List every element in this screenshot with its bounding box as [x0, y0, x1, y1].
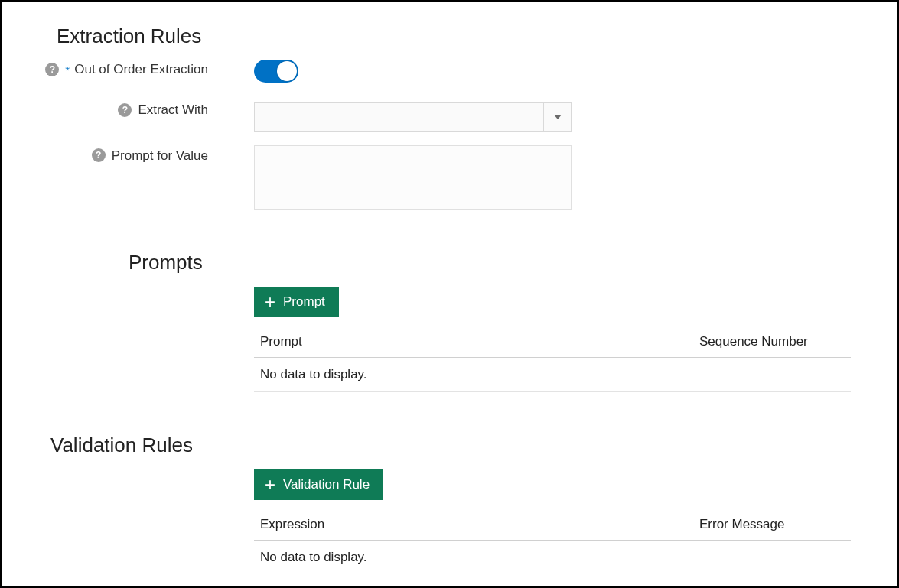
prompts-col-prompt: Prompt [260, 334, 699, 349]
prompt-for-value-row: ? Prompt for Value [24, 145, 852, 213]
help-icon[interactable]: ? [92, 148, 106, 162]
prompts-col-sequence: Sequence Number [699, 334, 845, 349]
extract-with-label: Extract With [138, 102, 208, 118]
validation-col-error-message: Error Message [699, 517, 845, 532]
add-validation-rule-button[interactable]: + Validation Rule [254, 469, 383, 500]
help-icon[interactable]: ? [45, 63, 59, 76]
prompts-heading: Prompts [129, 251, 852, 275]
required-star-icon: * [65, 63, 70, 76]
validation-empty-row: No data to display. [254, 541, 851, 574]
prompts-empty-row: No data to display. [254, 358, 851, 392]
validation-col-expression: Expression [260, 517, 699, 532]
extract-with-dropdown[interactable] [254, 102, 572, 132]
plus-icon: + [265, 293, 275, 311]
chevron-down-icon [543, 103, 571, 131]
plus-icon: + [265, 476, 275, 494]
help-icon[interactable]: ? [118, 103, 132, 117]
out-of-order-row: ? * Out of Order Extraction [24, 62, 852, 83]
prompts-table: Prompt Sequence Number No data to displa… [254, 334, 851, 392]
prompts-table-header: Prompt Sequence Number [254, 334, 851, 358]
add-prompt-button[interactable]: + Prompt [254, 287, 339, 317]
out-of-order-toggle[interactable] [254, 60, 298, 83]
prompt-for-value-textarea[interactable] [254, 145, 572, 210]
validation-table: Expression Error Message No data to disp… [254, 517, 851, 574]
toggle-knob [277, 61, 297, 81]
svg-marker-0 [554, 115, 562, 119]
prompt-for-value-label: Prompt for Value [112, 148, 208, 164]
extract-with-value [255, 103, 543, 131]
out-of-order-label: Out of Order Extraction [74, 62, 208, 77]
add-validation-rule-label: Validation Rule [283, 477, 370, 492]
validation-rules-heading: Validation Rules [50, 434, 852, 457]
add-prompt-label: Prompt [283, 294, 325, 310]
form-panel: Extraction Rules ? * Out of Order Extrac… [0, 0, 899, 588]
extraction-rules-heading: Extraction Rules [57, 24, 852, 48]
validation-table-header: Expression Error Message [254, 517, 851, 541]
extract-with-row: ? Extract With [24, 102, 852, 132]
